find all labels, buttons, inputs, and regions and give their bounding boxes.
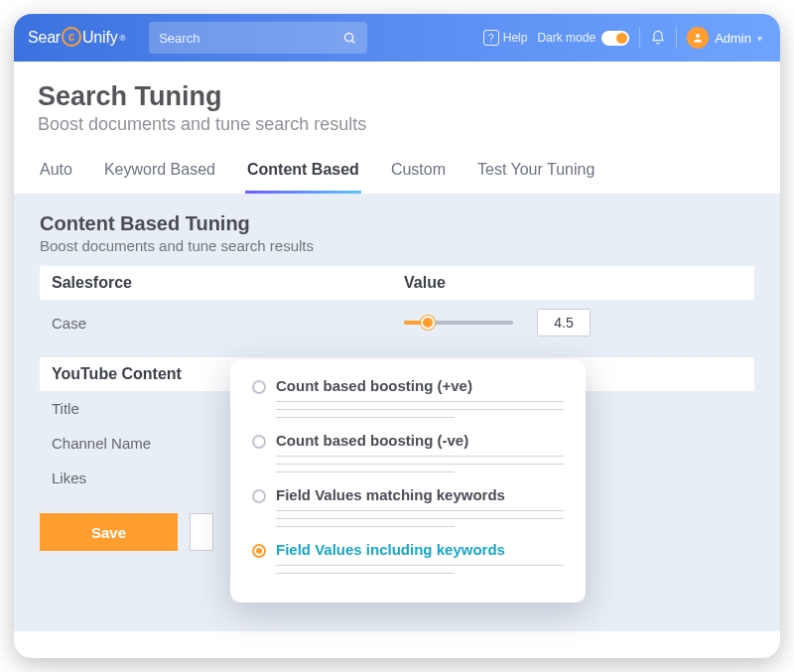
help-icon: ? [483, 30, 499, 46]
brand-logo[interactable]: Sear c Unify ® [28, 28, 125, 48]
brand-reg: ® [119, 34, 125, 43]
popover-option: Count based boosting (-ve) [252, 432, 564, 472]
avatar-icon [687, 27, 709, 49]
boost-value[interactable]: 4.5 [537, 309, 591, 336]
option-label: Count based boosting (-ve) [276, 432, 468, 449]
value-header: Value [404, 274, 742, 292]
boost-slider[interactable] [404, 321, 513, 325]
notifications-icon[interactable] [650, 30, 666, 46]
radio-icon[interactable] [252, 435, 266, 449]
option-label: Count based boosting (+ve) [276, 377, 472, 394]
option-description [276, 565, 564, 574]
option-count-neg[interactable]: Count based boosting (-ve) [252, 432, 564, 449]
section-subtitle: Boost documents and tune search results [40, 237, 754, 254]
source-block-salesforce: Salesforce Value Case 4.5 [40, 266, 754, 345]
popover-option: Field Values including keywords [252, 541, 564, 574]
brand-pre: Sear [28, 29, 61, 47]
tab-custom[interactable]: Custom [389, 151, 448, 194]
darkmode-toggle[interactable]: Dark mode [537, 31, 629, 46]
boost-type-popover: Count based boosting (+ve) Count based b… [230, 359, 586, 603]
option-fv-match[interactable]: Field Values matching keywords [252, 486, 564, 503]
page-header: Search Tuning Boost documents and tune s… [14, 62, 780, 135]
chevron-down-icon: ▾ [757, 33, 762, 44]
option-label: Field Values matching keywords [276, 486, 505, 503]
option-description [276, 510, 564, 527]
radio-icon[interactable] [252, 544, 266, 558]
save-button[interactable]: Save [40, 513, 178, 551]
option-label: Field Values including keywords [276, 541, 505, 558]
option-description [276, 401, 564, 418]
help-label: Help [503, 31, 528, 45]
svg-line-1 [352, 40, 355, 43]
svg-point-0 [345, 33, 353, 41]
secondary-button[interactable] [190, 513, 213, 551]
option-description [276, 456, 564, 472]
source-header: Salesforce Value [40, 266, 754, 300]
field-name: Case [52, 315, 404, 332]
content-panel: Content Based Tuning Boost documents and… [14, 195, 780, 631]
source-name: Salesforce [52, 274, 404, 292]
tab-keyword[interactable]: Keyword Based [102, 151, 217, 194]
help-link[interactable]: ? Help [483, 30, 528, 46]
radio-icon[interactable] [252, 380, 266, 394]
app-window: Sear c Unify ® ? Help Dark mode [14, 14, 780, 658]
search-icon[interactable] [342, 31, 357, 46]
popover-option: Count based boosting (+ve) [252, 377, 564, 418]
user-menu[interactable]: Admin ▾ [687, 27, 762, 49]
toggle-switch[interactable] [601, 31, 629, 46]
tab-content[interactable]: Content Based [245, 151, 361, 194]
option-fv-incl[interactable]: Field Values including keywords [252, 541, 564, 558]
tabs: Auto Keyword Based Content Based Custom … [14, 151, 780, 195]
svg-point-2 [696, 34, 700, 38]
user-name: Admin [715, 31, 751, 46]
option-count-pos[interactable]: Count based boosting (+ve) [252, 377, 564, 394]
tab-auto[interactable]: Auto [38, 151, 74, 194]
popover-option: Field Values matching keywords [252, 486, 564, 527]
brand-icon: c [62, 27, 81, 47]
radio-icon[interactable] [252, 489, 266, 503]
brand-post: Unify [82, 29, 117, 47]
darkmode-label: Dark mode [537, 31, 596, 45]
global-search[interactable] [149, 22, 367, 54]
topbar: Sear c Unify ® ? Help Dark mode [14, 14, 780, 62]
section-title: Content Based Tuning [40, 212, 754, 235]
search-input[interactable] [159, 31, 342, 46]
field-row-case: Case 4.5 [40, 300, 754, 345]
page-title: Search Tuning [38, 81, 756, 112]
topbar-divider-2 [676, 27, 677, 49]
tab-test[interactable]: Test Your Tuning [475, 151, 596, 194]
topbar-divider [639, 27, 640, 49]
page-subtitle: Boost documents and tune search results [38, 114, 756, 135]
